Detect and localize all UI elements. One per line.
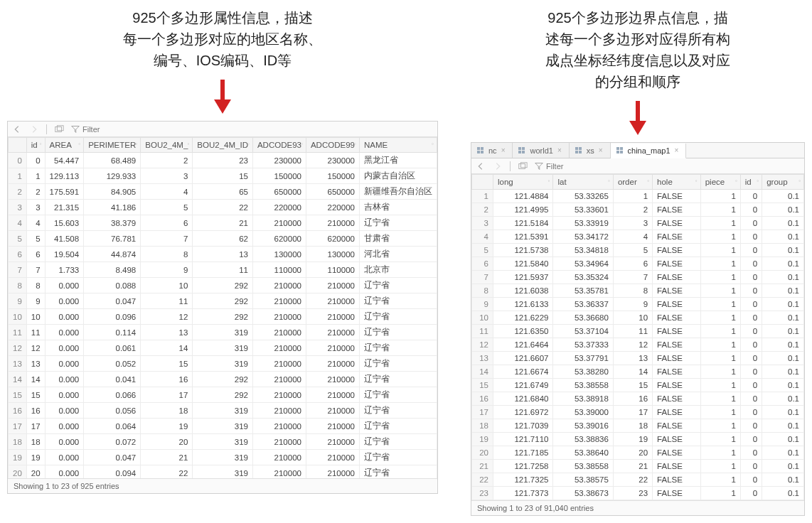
table-row[interactable]: 15150.0000.06617292210000210000辽宁省: [9, 387, 437, 403]
cell: 210000: [252, 356, 306, 372]
close-icon[interactable]: ×: [557, 146, 562, 154]
table-row[interactable]: 19121.711053.3883619FALSE100.1: [472, 433, 804, 446]
table-row[interactable]: 11129.113129.933315150000150000内蒙古自治区: [9, 168, 437, 184]
close-icon[interactable]: ×: [599, 146, 603, 154]
table-row[interactable]: 23121.737353.3867323FALSE100.1: [472, 487, 804, 500]
table-row[interactable]: 1121.488453.332651FALSE100.1: [472, 190, 804, 203]
cell: 0.1: [762, 365, 804, 379]
row-index: 13: [472, 352, 493, 365]
table-row[interactable]: 6619.50444.874813130000130000河北省: [9, 247, 437, 262]
table-row[interactable]: 12121.646453.3733312FALSE100.1: [472, 338, 804, 352]
svg-rect-8: [481, 147, 484, 150]
table-row[interactable]: 0054.44768.489223230000230000黑龙江省: [9, 153, 437, 168]
table-row[interactable]: 5541.50876.781762620000620000甘肃省: [9, 231, 437, 247]
column-header[interactable]: id◦: [26, 138, 45, 153]
table-row[interactable]: 3321.31541.186522220000220000吉林省: [9, 200, 437, 215]
table-row[interactable]: 16121.684053.3891816FALSE100.1: [472, 392, 804, 406]
filter-button[interactable]: Filter: [535, 162, 563, 171]
tab-china_map1[interactable]: china_map1×: [611, 144, 687, 158]
column-header[interactable]: PERIMETER◦: [84, 138, 141, 153]
cell: 121.5184: [493, 217, 553, 230]
popout-icon[interactable]: [54, 124, 64, 134]
table-row[interactable]: 4415.60338.379621210000210000辽宁省: [9, 215, 437, 231]
close-icon[interactable]: ×: [501, 146, 506, 154]
column-header[interactable]: id◦: [740, 175, 762, 190]
forward-icon[interactable]: [493, 161, 503, 171]
cell: 辽宁省: [359, 215, 437, 231]
svg-rect-10: [481, 151, 484, 153]
tab-xs[interactable]: xs×: [570, 143, 611, 158]
cell: 1: [700, 284, 740, 298]
svg-rect-7: [477, 147, 480, 150]
table-row[interactable]: 2121.499553.336012FALSE100.1: [472, 203, 804, 217]
table-row[interactable]: 10100.0000.09612292210000210000辽宁省: [9, 309, 437, 325]
table-row[interactable]: 18121.703953.3901618FALSE100.1: [472, 419, 804, 433]
tab-nc[interactable]: nc×: [471, 143, 513, 158]
column-header[interactable]: ADCODE99◦: [306, 138, 359, 153]
cell: 0: [26, 153, 45, 168]
table-row[interactable]: 880.0000.08810292210000210000辽宁省: [9, 278, 437, 293]
left-table-scroll[interactable]: id◦AREA◦PERIMETER◦BOU2_4M_◦BOU2_4M_ID◦AD…: [8, 137, 437, 478]
column-header[interactable]: BOU2_4M_◦: [141, 138, 193, 153]
tab-label: xs: [587, 146, 594, 155]
svg-rect-22: [620, 151, 623, 153]
table-row[interactable]: 6121.584053.349646FALSE100.1: [472, 257, 804, 271]
svg-rect-3: [57, 125, 63, 130]
column-header[interactable]: order◦: [613, 175, 652, 190]
table-row[interactable]: 17170.0000.06419319210000210000辽宁省: [9, 419, 437, 434]
cell: 20: [141, 434, 193, 450]
table-row[interactable]: 14121.667453.3828014FALSE100.1: [472, 365, 804, 379]
column-header[interactable]: lat◦: [553, 175, 613, 190]
forward-icon[interactable]: [29, 124, 39, 134]
column-header[interactable]: ADCODE93◦: [252, 138, 306, 153]
column-header[interactable]: group◦: [762, 175, 804, 190]
column-header[interactable]: long◦: [493, 175, 553, 190]
table-row[interactable]: 17121.697253.3900017FALSE100.1: [472, 406, 804, 419]
cell: 210000: [306, 356, 359, 372]
right-table-scroll[interactable]: long◦lat◦order◦hole◦piece◦id◦group◦ 1121…: [471, 174, 804, 500]
close-icon[interactable]: ×: [675, 146, 679, 154]
column-header[interactable]: NAME◦: [359, 138, 437, 153]
table-row[interactable]: 22175.59184.905465650000650000新疆维吾尔自治区: [9, 184, 437, 200]
table-row[interactable]: 7121.593753.353247FALSE100.1: [472, 271, 804, 284]
column-header[interactable]: BOU2_4M_ID◦: [193, 138, 253, 153]
column-header[interactable]: AREA◦: [45, 138, 84, 153]
table-row[interactable]: 13121.660753.3779113FALSE100.1: [472, 352, 804, 365]
cell: 0.000: [45, 387, 84, 403]
table-row[interactable]: 15121.674953.3855815FALSE100.1: [472, 379, 804, 392]
back-icon[interactable]: [12, 124, 22, 134]
table-row[interactable]: 13130.0000.05215319210000210000辽宁省: [9, 356, 437, 372]
cell: 辽宁省: [359, 434, 437, 450]
table-row[interactable]: 20200.0000.09422319210000210000辽宁省: [9, 465, 437, 479]
table-row[interactable]: 10121.622953.3668010FALSE100.1: [472, 311, 804, 325]
table-row[interactable]: 4121.539153.341724FALSE100.1: [472, 230, 804, 244]
table-row[interactable]: 16160.0000.05618319210000210000辽宁省: [9, 403, 437, 419]
table-row[interactable]: 14140.0000.04116292210000210000辽宁省: [9, 372, 437, 387]
row-index: 14: [9, 372, 27, 387]
column-header[interactable]: piece◦: [700, 175, 740, 190]
table-row[interactable]: 19190.0000.04721319210000210000辽宁省: [9, 450, 437, 465]
table-row[interactable]: 9121.613353.363379FALSE100.1: [472, 298, 804, 311]
table-row[interactable]: 22121.732553.3857522FALSE100.1: [472, 473, 804, 487]
filter-button[interactable]: Filter: [71, 125, 100, 134]
back-icon[interactable]: [476, 161, 486, 171]
cell: 辽宁省: [359, 325, 437, 340]
cell: 1: [700, 392, 740, 406]
cell: 0.088: [84, 278, 141, 293]
tab-world1[interactable]: world1×: [513, 143, 569, 158]
table-row[interactable]: 990.0000.04711292210000210000辽宁省: [9, 293, 437, 309]
table-row[interactable]: 21121.725853.3855821FALSE100.1: [472, 460, 804, 473]
table-row[interactable]: 11121.635053.3710411FALSE100.1: [472, 325, 804, 338]
table-row[interactable]: 20121.718553.3864020FALSE100.1: [472, 446, 804, 460]
cell: 4: [141, 184, 193, 200]
popout-icon[interactable]: [518, 161, 528, 171]
table-row[interactable]: 5121.573853.348185FALSE100.1: [472, 244, 804, 257]
table-row[interactable]: 3121.518453.339193FALSE100.1: [472, 217, 804, 230]
table-row[interactable]: 11110.0000.11413319210000210000辽宁省: [9, 325, 437, 340]
table-row[interactable]: 12120.0000.06114319210000210000辽宁省: [9, 340, 437, 356]
column-header[interactable]: hole◦: [653, 175, 701, 190]
table-row[interactable]: 771.7338.498911110000110000北京市: [9, 262, 437, 278]
table-row[interactable]: 8121.603853.357818FALSE100.1: [472, 284, 804, 298]
table-row[interactable]: 18180.0000.07220319210000210000辽宁省: [9, 434, 437, 450]
cell: 18: [141, 403, 193, 419]
